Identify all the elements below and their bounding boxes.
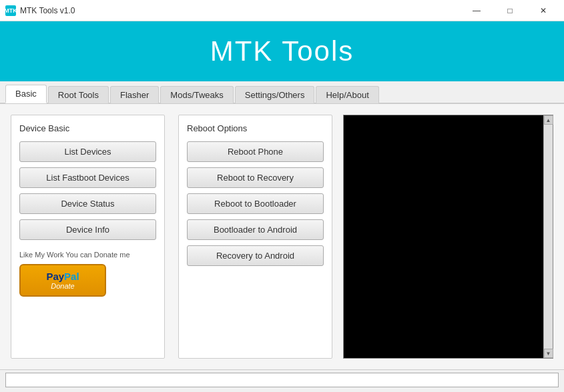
tab-flasher[interactable]: Flasher <box>110 86 159 103</box>
device-basic-title: Device Basic <box>19 123 156 133</box>
window-controls: — □ ✕ <box>461 4 559 17</box>
reboot-recovery-button[interactable]: Reboot to Recovery <box>187 167 324 188</box>
scroll-up-button[interactable]: ▲ <box>544 115 553 125</box>
minimize-button[interactable]: — <box>461 4 492 17</box>
reboot-options-title: Reboot Options <box>187 123 324 133</box>
paypal-logo: PayPal <box>46 271 79 282</box>
tab-settings-others[interactable]: Settings/Others <box>235 86 315 103</box>
bootloader-android-button[interactable]: Bootloader to Android <box>187 219 324 240</box>
app-icon: MTK <box>5 5 16 16</box>
donate-text: Like My Work You can Donate me <box>19 251 156 259</box>
reboot-phone-button[interactable]: Reboot Phone <box>187 141 324 162</box>
title-bar: MTK MTK Tools v1.0 — □ ✕ <box>0 0 564 21</box>
reboot-bootloader-button[interactable]: Reboot to Bootloader <box>187 193 324 214</box>
recovery-android-button[interactable]: Recovery to Android <box>187 245 324 266</box>
tab-mods-tweaks[interactable]: Mods/Tweaks <box>160 86 233 103</box>
list-fastboot-devices-button[interactable]: List Fastboot Devices <box>19 167 156 188</box>
scrollbar-track[interactable]: ▲ ▼ <box>543 115 553 358</box>
app-title: MTK Tools <box>210 35 354 67</box>
status-input[interactable] <box>5 373 559 387</box>
close-button[interactable]: ✕ <box>528 4 559 17</box>
scrollbar-thumb[interactable] <box>544 125 553 349</box>
scroll-down-button[interactable]: ▼ <box>544 349 553 358</box>
device-basic-section: Device Basic List Devices List Fastboot … <box>11 115 165 359</box>
device-info-button[interactable]: Device Info <box>19 219 156 240</box>
tab-bar: Basic Root Tools Flasher Mods/Tweaks Set… <box>0 81 564 104</box>
tab-root-tools[interactable]: Root Tools <box>48 86 109 103</box>
list-devices-button[interactable]: List Devices <box>19 141 156 162</box>
status-bar <box>0 369 564 389</box>
window-title: MTK Tools v1.0 <box>20 6 75 15</box>
title-bar-left: MTK MTK Tools v1.0 <box>5 5 75 16</box>
reboot-options-section: Reboot Options Reboot Phone Reboot to Re… <box>178 115 332 359</box>
paypal-donate-label: Donate <box>51 282 74 290</box>
main-content: Device Basic List Devices List Fastboot … <box>0 104 564 369</box>
app-header: MTK Tools <box>0 21 564 81</box>
left-panel: Device Basic List Devices List Fastboot … <box>0 104 343 369</box>
device-status-button[interactable]: Device Status <box>19 193 156 214</box>
tab-basic[interactable]: Basic <box>5 85 47 103</box>
maximize-button[interactable]: □ <box>495 4 525 17</box>
paypal-donate-button[interactable]: PayPal Donate <box>19 264 106 297</box>
console-panel: ▲ ▼ <box>343 115 553 359</box>
tab-help-about[interactable]: Help/About <box>316 86 378 103</box>
